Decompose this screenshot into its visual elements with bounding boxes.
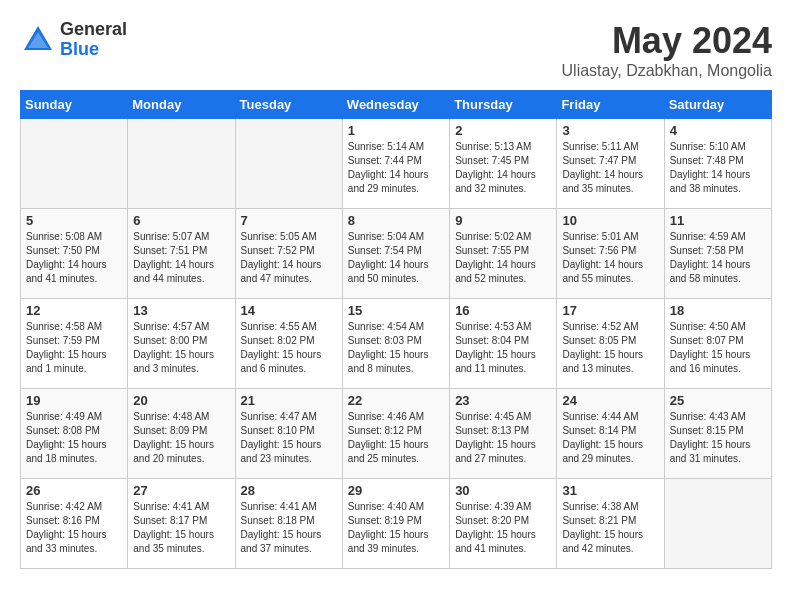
weekday-header-friday: Friday [557,91,664,119]
day-number: 22 [348,393,444,408]
calendar-cell: 13Sunrise: 4:57 AMSunset: 8:00 PMDayligh… [128,299,235,389]
calendar-cell: 5Sunrise: 5:08 AMSunset: 7:50 PMDaylight… [21,209,128,299]
day-number: 12 [26,303,122,318]
calendar-cell: 27Sunrise: 4:41 AMSunset: 8:17 PMDayligh… [128,479,235,569]
calendar-cell: 11Sunrise: 4:59 AMSunset: 7:58 PMDayligh… [664,209,771,299]
week-row-3: 12Sunrise: 4:58 AMSunset: 7:59 PMDayligh… [21,299,772,389]
day-number: 3 [562,123,658,138]
day-info: Sunrise: 4:39 AMSunset: 8:20 PMDaylight:… [455,500,551,556]
calendar-cell: 18Sunrise: 4:50 AMSunset: 8:07 PMDayligh… [664,299,771,389]
calendar-cell: 12Sunrise: 4:58 AMSunset: 7:59 PMDayligh… [21,299,128,389]
calendar-cell: 7Sunrise: 5:05 AMSunset: 7:52 PMDaylight… [235,209,342,299]
day-number: 21 [241,393,337,408]
day-number: 8 [348,213,444,228]
logo-icon [20,22,56,58]
logo: General Blue [20,20,127,60]
calendar-cell: 23Sunrise: 4:45 AMSunset: 8:13 PMDayligh… [450,389,557,479]
calendar-cell: 1Sunrise: 5:14 AMSunset: 7:44 PMDaylight… [342,119,449,209]
day-info: Sunrise: 5:14 AMSunset: 7:44 PMDaylight:… [348,140,444,196]
day-info: Sunrise: 4:41 AMSunset: 8:17 PMDaylight:… [133,500,229,556]
weekday-header-wednesday: Wednesday [342,91,449,119]
day-info: Sunrise: 4:50 AMSunset: 8:07 PMDaylight:… [670,320,766,376]
calendar-cell [664,479,771,569]
day-number: 4 [670,123,766,138]
day-number: 26 [26,483,122,498]
day-number: 10 [562,213,658,228]
weekday-header-tuesday: Tuesday [235,91,342,119]
calendar-table: SundayMondayTuesdayWednesdayThursdayFrid… [20,90,772,569]
day-info: Sunrise: 4:58 AMSunset: 7:59 PMDaylight:… [26,320,122,376]
day-info: Sunrise: 4:49 AMSunset: 8:08 PMDaylight:… [26,410,122,466]
calendar-cell: 30Sunrise: 4:39 AMSunset: 8:20 PMDayligh… [450,479,557,569]
calendar-header: SundayMondayTuesdayWednesdayThursdayFrid… [21,91,772,119]
day-info: Sunrise: 5:11 AMSunset: 7:47 PMDaylight:… [562,140,658,196]
day-number: 14 [241,303,337,318]
day-info: Sunrise: 4:54 AMSunset: 8:03 PMDaylight:… [348,320,444,376]
day-info: Sunrise: 4:45 AMSunset: 8:13 PMDaylight:… [455,410,551,466]
day-number: 2 [455,123,551,138]
day-number: 16 [455,303,551,318]
calendar-cell [128,119,235,209]
day-info: Sunrise: 4:53 AMSunset: 8:04 PMDaylight:… [455,320,551,376]
day-number: 7 [241,213,337,228]
calendar-cell: 21Sunrise: 4:47 AMSunset: 8:10 PMDayligh… [235,389,342,479]
day-info: Sunrise: 5:02 AMSunset: 7:55 PMDaylight:… [455,230,551,286]
calendar-cell: 4Sunrise: 5:10 AMSunset: 7:48 PMDaylight… [664,119,771,209]
weekday-header-monday: Monday [128,91,235,119]
weekday-header-row: SundayMondayTuesdayWednesdayThursdayFrid… [21,91,772,119]
calendar-cell: 17Sunrise: 4:52 AMSunset: 8:05 PMDayligh… [557,299,664,389]
day-number: 15 [348,303,444,318]
day-info: Sunrise: 5:04 AMSunset: 7:54 PMDaylight:… [348,230,444,286]
day-number: 17 [562,303,658,318]
day-number: 31 [562,483,658,498]
day-info: Sunrise: 4:40 AMSunset: 8:19 PMDaylight:… [348,500,444,556]
day-number: 13 [133,303,229,318]
calendar-cell: 29Sunrise: 4:40 AMSunset: 8:19 PMDayligh… [342,479,449,569]
day-number: 23 [455,393,551,408]
calendar-title: May 2024 [562,20,772,62]
week-row-5: 26Sunrise: 4:42 AMSunset: 8:16 PMDayligh… [21,479,772,569]
day-info: Sunrise: 4:48 AMSunset: 8:09 PMDaylight:… [133,410,229,466]
calendar-cell: 31Sunrise: 4:38 AMSunset: 8:21 PMDayligh… [557,479,664,569]
day-number: 18 [670,303,766,318]
calendar-cell: 19Sunrise: 4:49 AMSunset: 8:08 PMDayligh… [21,389,128,479]
calendar-cell: 25Sunrise: 4:43 AMSunset: 8:15 PMDayligh… [664,389,771,479]
calendar-cell: 6Sunrise: 5:07 AMSunset: 7:51 PMDaylight… [128,209,235,299]
day-info: Sunrise: 4:55 AMSunset: 8:02 PMDaylight:… [241,320,337,376]
day-number: 6 [133,213,229,228]
calendar-subtitle: Uliastay, Dzabkhan, Mongolia [562,62,772,80]
day-info: Sunrise: 5:05 AMSunset: 7:52 PMDaylight:… [241,230,337,286]
day-info: Sunrise: 4:42 AMSunset: 8:16 PMDaylight:… [26,500,122,556]
day-number: 25 [670,393,766,408]
day-info: Sunrise: 4:44 AMSunset: 8:14 PMDaylight:… [562,410,658,466]
day-number: 27 [133,483,229,498]
day-info: Sunrise: 5:13 AMSunset: 7:45 PMDaylight:… [455,140,551,196]
calendar-cell: 16Sunrise: 4:53 AMSunset: 8:04 PMDayligh… [450,299,557,389]
calendar-cell: 28Sunrise: 4:41 AMSunset: 8:18 PMDayligh… [235,479,342,569]
day-number: 28 [241,483,337,498]
calendar-cell: 3Sunrise: 5:11 AMSunset: 7:47 PMDaylight… [557,119,664,209]
day-number: 5 [26,213,122,228]
day-number: 19 [26,393,122,408]
page-header: General Blue May 2024 Uliastay, Dzabkhan… [20,20,772,80]
calendar-cell: 26Sunrise: 4:42 AMSunset: 8:16 PMDayligh… [21,479,128,569]
logo-text: General Blue [60,20,127,60]
day-number: 1 [348,123,444,138]
day-info: Sunrise: 4:52 AMSunset: 8:05 PMDaylight:… [562,320,658,376]
calendar-cell: 2Sunrise: 5:13 AMSunset: 7:45 PMDaylight… [450,119,557,209]
week-row-4: 19Sunrise: 4:49 AMSunset: 8:08 PMDayligh… [21,389,772,479]
day-info: Sunrise: 4:57 AMSunset: 8:00 PMDaylight:… [133,320,229,376]
day-number: 30 [455,483,551,498]
week-row-2: 5Sunrise: 5:08 AMSunset: 7:50 PMDaylight… [21,209,772,299]
day-number: 20 [133,393,229,408]
day-info: Sunrise: 5:10 AMSunset: 7:48 PMDaylight:… [670,140,766,196]
calendar-cell [21,119,128,209]
calendar-cell: 10Sunrise: 5:01 AMSunset: 7:56 PMDayligh… [557,209,664,299]
day-info: Sunrise: 5:07 AMSunset: 7:51 PMDaylight:… [133,230,229,286]
week-row-1: 1Sunrise: 5:14 AMSunset: 7:44 PMDaylight… [21,119,772,209]
day-info: Sunrise: 4:59 AMSunset: 7:58 PMDaylight:… [670,230,766,286]
calendar-cell: 20Sunrise: 4:48 AMSunset: 8:09 PMDayligh… [128,389,235,479]
day-info: Sunrise: 4:46 AMSunset: 8:12 PMDaylight:… [348,410,444,466]
calendar-cell: 22Sunrise: 4:46 AMSunset: 8:12 PMDayligh… [342,389,449,479]
weekday-header-sunday: Sunday [21,91,128,119]
